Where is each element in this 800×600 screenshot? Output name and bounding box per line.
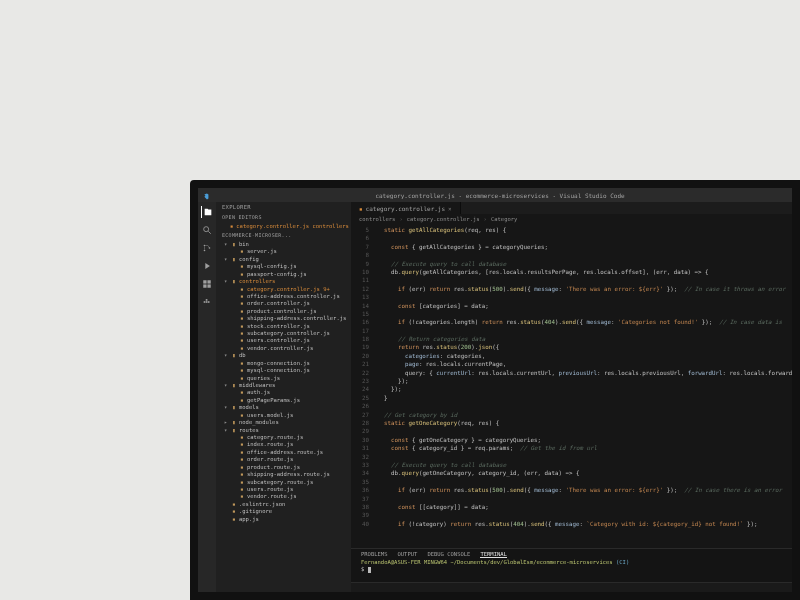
search-icon[interactable]	[201, 224, 213, 236]
terminal[interactable]: FernandoA@ASUS-FER MINGW64 ~/Documents/d…	[351, 558, 792, 582]
file-item[interactable]: ▪mysql-config.js	[216, 263, 351, 270]
breadcrumb-segment[interactable]: category.controller.js	[407, 216, 480, 222]
code-line[interactable]: if (!categories.length) return res.statu…	[377, 318, 792, 326]
code-line[interactable]	[377, 427, 792, 435]
file-item[interactable]: ▪subcategory.controller.js	[216, 330, 351, 337]
file-item[interactable]: ▪product.route.js	[216, 464, 351, 471]
code-line[interactable]: // Execute query to call database	[377, 461, 792, 469]
code-line[interactable]: return res.status(200).json({	[377, 343, 792, 351]
file-item[interactable]: ▪app.js	[216, 516, 351, 523]
editor-tab[interactable]: ▪ category.controller.js ×	[351, 202, 461, 214]
file-item[interactable]: ▪office-address.controller.js	[216, 293, 351, 300]
file-item[interactable]: ▪subcategory.route.js	[216, 479, 351, 486]
code-line[interactable]	[377, 234, 792, 242]
code-line[interactable]	[377, 495, 792, 503]
explorer-icon[interactable]	[201, 206, 213, 218]
file-item[interactable]: ▪order.controller.js	[216, 300, 351, 307]
code-editor[interactable]: 5678910111213141516171819202122232425262…	[351, 224, 792, 548]
folder-item[interactable]: ▾▮controllers	[216, 278, 351, 285]
open-editors-header[interactable]: OPEN EDITORS	[216, 212, 351, 222]
file-item[interactable]: ▪product.controller.js	[216, 308, 351, 315]
code-line[interactable]: });	[377, 377, 792, 385]
file-item[interactable]: ▪shipping-address.route.js	[216, 471, 351, 478]
close-icon[interactable]: ×	[448, 205, 452, 212]
folder-item[interactable]: ▾▮models	[216, 404, 351, 411]
code-line[interactable]	[377, 453, 792, 461]
breadcrumb[interactable]: controllers › category.controller.js › C…	[351, 214, 792, 224]
file-item[interactable]: ▪auth.js	[216, 389, 351, 396]
status-bar[interactable]	[351, 582, 792, 592]
file-item[interactable]: ▪passport-config.js	[216, 271, 351, 278]
panel-tab[interactable]: PROBLEMS	[361, 551, 388, 558]
file-item[interactable]: ▪queries.js	[216, 375, 351, 382]
code-line[interactable]: query: { currentUrl: res.locals.currentU…	[377, 369, 792, 377]
folder-item[interactable]: ▾▮db	[216, 352, 351, 359]
file-item[interactable]: ▪category.controller.js 9+	[216, 286, 351, 293]
code-line[interactable]: // Return categories data	[377, 335, 792, 343]
code-line[interactable]	[377, 310, 792, 318]
source-control-icon[interactable]	[201, 242, 213, 254]
open-editor-item[interactable]: ▪ category.controller.js controllers 9+	[216, 222, 351, 230]
file-item[interactable]: ▪vendor.controller.js	[216, 345, 351, 352]
file-item[interactable]: ▪shipping-address.controller.js	[216, 315, 351, 322]
line-number: 21	[351, 360, 369, 368]
code-line[interactable]: db.query(getOneCategory, category_id, (e…	[377, 469, 792, 477]
code-line[interactable]: const { getOneCategory } = categoryQueri…	[377, 436, 792, 444]
code-line[interactable]: static getOneCategory(req, res) {	[377, 419, 792, 427]
folder-item[interactable]: ▾▮bin	[216, 241, 351, 248]
panel-tab[interactable]: DEBUG CONSOLE	[427, 551, 470, 558]
extensions-icon[interactable]	[201, 278, 213, 290]
file-item[interactable]: ▪users.controller.js	[216, 337, 351, 344]
code-line[interactable]: if (!category) return res.status(404).se…	[377, 520, 792, 528]
code-line[interactable]: db.query(getAllCategories, [res.locals.r…	[377, 268, 792, 276]
breadcrumb-segment[interactable]: Category	[491, 216, 518, 222]
folder-item[interactable]: ▾▮config	[216, 256, 351, 263]
docker-icon[interactable]	[201, 296, 213, 308]
code-line[interactable]: if (err) return res.status(500).send({ m…	[377, 486, 792, 494]
code-line[interactable]: const { getAllCategories } = categoryQue…	[377, 243, 792, 251]
file-item[interactable]: ▪mongo-connection.js	[216, 360, 351, 367]
code-line[interactable]: if (err) return res.status(500).send({ m…	[377, 285, 792, 293]
code-line[interactable]: static getAllCategories(req, res) {	[377, 226, 792, 234]
code-line[interactable]	[377, 511, 792, 519]
file-item[interactable]: ▪.gitignore	[216, 508, 351, 515]
debug-icon[interactable]	[201, 260, 213, 272]
file-item[interactable]: ▪mysql-connection.js	[216, 367, 351, 374]
code-line[interactable]: }	[377, 394, 792, 402]
folder-item[interactable]: ▸▮node_modules	[216, 419, 351, 426]
code-line[interactable]: const { category_id } = req.params; // G…	[377, 444, 792, 452]
file-item[interactable]: ▪vendor.route.js	[216, 493, 351, 500]
file-item[interactable]: ▪users.model.js	[216, 412, 351, 419]
project-header[interactable]: ECOMMERCE-MICROSER...	[216, 230, 351, 240]
code-line[interactable]	[377, 251, 792, 259]
file-item[interactable]: ▪users.route.js	[216, 486, 351, 493]
file-item[interactable]: ▪category.route.js	[216, 434, 351, 441]
folder-item[interactable]: ▾▮routes	[216, 427, 351, 434]
code-line[interactable]: const [categories] = data;	[377, 302, 792, 310]
code-content[interactable]: static getAllCategories(req, res) { cons…	[373, 224, 792, 548]
file-item[interactable]: ▪.eslintrc.json	[216, 501, 351, 508]
code-line[interactable]: page: res.locals.currentPage,	[377, 360, 792, 368]
file-item[interactable]: ▪index.route.js	[216, 441, 351, 448]
file-item[interactable]: ▪getPageParams.js	[216, 397, 351, 404]
panel-tab[interactable]: OUTPUT	[398, 551, 418, 558]
file-item[interactable]: ▪server.js	[216, 248, 351, 255]
file-item[interactable]: ▪stock.controller.js	[216, 323, 351, 330]
file-item[interactable]: ▪office-address.route.js	[216, 449, 351, 456]
code-line[interactable]: // Get category by id	[377, 411, 792, 419]
code-line[interactable]	[377, 276, 792, 284]
code-line[interactable]: const [[category]] = data;	[377, 503, 792, 511]
code-line[interactable]	[377, 327, 792, 335]
panel-tab[interactable]: TERMINAL	[480, 551, 507, 558]
code-line[interactable]: });	[377, 385, 792, 393]
code-line[interactable]	[377, 293, 792, 301]
folder-item[interactable]: ▾▮middlewares	[216, 382, 351, 389]
tree-item-label: users.controller.js	[247, 337, 310, 344]
code-line[interactable]: // Execute query to call database	[377, 260, 792, 268]
file-item[interactable]: ▪order.route.js	[216, 456, 351, 463]
code-line[interactable]: categories: categories,	[377, 352, 792, 360]
code-line[interactable]	[377, 478, 792, 486]
breadcrumb-segment[interactable]: controllers	[359, 216, 395, 222]
svg-point-2	[204, 245, 206, 247]
code-line[interactable]	[377, 402, 792, 410]
